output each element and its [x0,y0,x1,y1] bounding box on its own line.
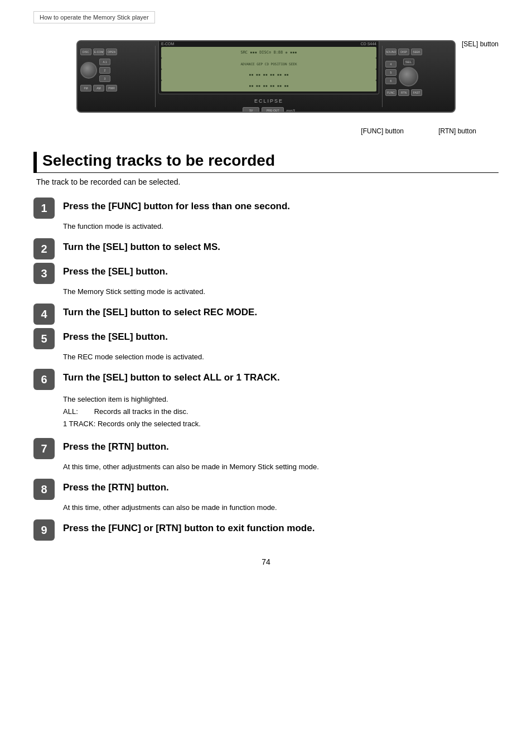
step-7: 7 Press the [RTN] button. [33,438,499,459]
step-1-action: Press the [FUNC] button for less than on… [63,201,499,212]
step-3: 3 Press the [SEL] button. [33,263,499,284]
step-9: 9 Press the [FUNC] or [RTN] button to ex… [33,519,499,541]
sel-knob[interactable] [399,67,418,86]
preset5[interactable]: 5 [385,69,396,76]
step-9-action: Press the [FUNC] or [RTN] button to exit… [63,523,499,534]
step-8-action: Press the [RTN] button. [63,482,499,493]
open-btn[interactable]: OPEN [106,49,117,55]
step-number-2: 2 [33,238,55,259]
am-btn[interactable]: AM [93,85,104,92]
vol-knob[interactable] [80,62,97,79]
disp-btn[interactable]: DISP [398,49,409,55]
step-6-note: The selection item is highlighted. ALL: … [63,393,499,430]
disc-btn[interactable]: DISC [80,49,91,55]
preset1[interactable]: A 1 [99,59,110,65]
step-number-3: 3 [33,263,55,284]
sel-label-btn: SEL [403,59,414,65]
rtn-btn[interactable]: RTN [398,89,409,96]
lcd-row-3: ▪▪ ▪▪ ▪▪ ▪▪ ▪▪ ▪▪ [161,69,376,80]
section-title: Selecting tracks to be recorded [33,152,499,173]
fast-btn[interactable]: FAST [411,89,422,96]
seek-btn[interactable]: SEEK [411,49,422,55]
step-4-action: Turn the [SEL] button to select REC MODE… [63,307,499,318]
lcd-row-1: SRC ▪▪▪ DISC⊙ 8:88 ❋ ▪▪▪ [161,47,376,58]
step-number-9: 9 [33,519,55,541]
pwr-btn[interactable]: PWR [106,85,117,92]
lcd-row-4: ▪▪ ▪▪ ▪▪ ▪▪ ▪▪ ▪▪ [161,80,376,92]
fm-btn[interactable]: FM [80,85,91,92]
step-number-1: 1 [33,198,55,219]
page-number: 74 [33,557,499,577]
func-button-label: [FUNC] button [361,127,404,135]
page-container: How to operate the Memory Stick player [… [0,0,532,756]
step-6-action: Turn the [SEL] button to select ALL or 1… [63,372,499,383]
step-3-note: The Memory Stick setting mode is activat… [63,287,499,296]
preset6[interactable]: 6 [385,78,396,84]
step-5-action: Press the [SEL] button. [63,331,499,343]
step-2-action: Turn the [SEL] button to select MS. [63,242,499,253]
step-4: 4 Turn the [SEL] button to select REC MO… [33,304,499,325]
5v-btn[interactable]: 5V [243,107,259,113]
section-intro: The track to be recorded can be selected… [36,177,499,186]
ecom-btn[interactable]: E-COM [93,49,104,55]
step-8-note: At this time, other adjustments can also… [63,503,499,512]
func-btn[interactable]: FUNC [385,89,396,96]
device-image: DISC E-COM OPEN A 1 2 3 FM [76,40,456,113]
device-section: [SEL] button DISC E-COM OPEN A 1 2 [33,35,499,135]
pre-out[interactable]: PRE-OUT [262,107,284,113]
step-1-note: The function mode is activated. [63,222,499,230]
step-1: 1 Press the [FUNC] button for less than … [33,198,499,219]
preset3[interactable]: 3 [99,75,110,82]
step-7-note: At this time, other adjustments can also… [63,463,499,471]
step-number-5: 5 [33,328,55,349]
brand-label: ECLIPSE [254,98,283,104]
step-number-4: 4 [33,304,55,325]
step-5: 5 Press the [SEL] button. [33,328,499,349]
lcd-row-2: ADVANCE GEP CD POSITION SEEK [161,58,376,69]
preset4[interactable]: 4 [385,61,396,68]
step-7-action: Press the [RTN] button. [63,441,499,452]
step-number-6: 6 [33,369,55,390]
preset2[interactable]: 2 [99,67,110,74]
step-number-8: 8 [33,479,55,500]
sel-button-label: [SEL] button [462,40,499,48]
step-3-action: Press the [SEL] button. [63,266,499,277]
step-6: 6 Turn the [SEL] button to select ALL or… [33,369,499,390]
sound-btn[interactable]: SOUND [385,49,396,55]
rtn-button-label: [RTN] button [438,127,476,135]
step-5-note: The REC mode selection mode is activated… [63,353,499,361]
step-8: 8 Press the [RTN] button. [33,479,499,500]
step-number-7: 7 [33,438,55,459]
step-2: 2 Turn the [SEL] button to select MS. [33,238,499,259]
breadcrumb: How to operate the Memory Stick player [33,11,155,23]
